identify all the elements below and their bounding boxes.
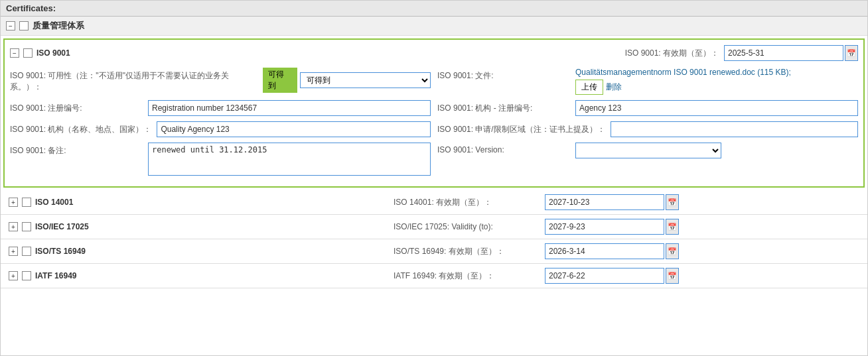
iso17025-row: + ISO/IEC 17025 ISO/IEC 17025: Validity … <box>1 215 867 239</box>
iso9001-validity-input[interactable] <box>724 45 843 61</box>
iso16949-checkbox[interactable] <box>22 247 31 256</box>
iso9001-row1: ISO 9001: 可用性（注："不适用"仅适用于不需要认证的业务关系。）： 可… <box>10 68 858 95</box>
iso17025-checkbox[interactable] <box>22 222 31 231</box>
quality-checkbox[interactable] <box>19 21 29 30</box>
iso16949-left: + ISO/TS 16949 <box>9 247 394 256</box>
iatf16949-validity-wrapper: 📅 <box>545 268 679 284</box>
iso14001-expand-btn[interactable]: + <box>9 198 18 207</box>
iso14001-validity-input[interactable] <box>545 194 664 210</box>
iso14001-left: + ISO 14001 <box>9 198 394 207</box>
iso9001-availability-control: 可得到 可得到 不适用 <box>263 68 431 93</box>
quality-section-title: 质量管理体系 <box>33 20 84 32</box>
iatf16949-row: + IATF 16949 IATF 16949: 有效期（至）： 📅 <box>1 264 867 288</box>
iso16949-validity-wrapper: 📅 <box>545 243 679 259</box>
iso16949-validity-input[interactable] <box>545 243 664 259</box>
iso9001-orgnumber-input[interactable] <box>575 100 858 116</box>
iso9001-header-row: − ISO 9001 ISO 9001: 有效期（至）： 📅 <box>10 45 858 61</box>
iatf16949-validity-label: IATF 16949: 有效期（至）： <box>394 270 540 282</box>
iso9001-availability-label-text: ISO 9001: 可用性（注："不适用"仅适用于不需要认证的业务关系。）： <box>10 68 257 93</box>
iso17025-calendar-btn[interactable]: 📅 <box>666 219 679 235</box>
iso9001-regnumber-input[interactable] <box>148 100 431 116</box>
iatf16949-name: IATF 16949 <box>35 271 76 280</box>
iso9001-validity-label: ISO 9001: 有效期（至）： <box>625 48 719 59</box>
iso14001-row: + ISO 14001 ISO 14001: 有效期（至）： 📅 <box>1 190 867 215</box>
iso9001-availability-select[interactable]: 可得到 不适用 <box>300 72 431 88</box>
iso9001-orgnumber-col: ISO 9001: 机构 - 注册编号: <box>437 100 858 116</box>
iso17025-name: ISO/IEC 17025 <box>35 222 89 231</box>
iso9001-regnumber-label: ISO 9001: 注册编号: <box>10 100 143 114</box>
iso9001-file-col: ISO 9001: 文件: Qualitätsmanagementnorm IS… <box>437 68 858 95</box>
iso14001-right: ISO 14001: 有效期（至）： 📅 <box>394 194 859 210</box>
iso9001-row4: ISO 9001: 备注: renewed until 31.12.2015 I… <box>10 143 858 176</box>
iso9001-checkbox[interactable] <box>23 48 33 58</box>
iatf16949-calendar-btn[interactable]: 📅 <box>666 268 679 284</box>
iso9001-note-col: ISO 9001: 备注: renewed until 31.12.2015 <box>10 143 437 176</box>
iatf16949-left: + IATF 16949 <box>9 271 394 280</box>
iso9001-scope-input[interactable] <box>611 121 858 137</box>
iso14001-validity-wrapper: 📅 <box>545 194 679 210</box>
iso16949-name: ISO/TS 16949 <box>35 247 86 256</box>
iso9001-orgnumber-label: ISO 9001: 机构 - 注册编号: <box>437 100 570 114</box>
iso9001-calendar-btn[interactable]: 📅 <box>845 45 858 61</box>
quality-section-header: − 质量管理体系 <box>1 17 867 36</box>
quality-expand-btn[interactable]: − <box>6 21 15 30</box>
iso14001-validity-label: ISO 14001: 有效期（至）： <box>394 197 540 208</box>
iso9001-upload-btn[interactable]: 上传 <box>575 80 603 95</box>
iso9001-regnumber-col: ISO 9001: 注册编号: <box>10 100 437 116</box>
iso9001-row3: ISO 9001: 机构（名称、地点、国家）： ISO 9001: 申请/限制区… <box>10 121 858 137</box>
iso9001-file-actions: 上传 删除 <box>575 80 791 95</box>
iso9001-row2: ISO 9001: 注册编号: ISO 9001: 机构 - 注册编号: <box>10 100 858 116</box>
iso16949-validity-label: ISO/TS 16949: 有效期（至）： <box>394 246 540 257</box>
iso9001-scope-col: ISO 9001: 申请/限制区域（注：证书上提及）： <box>437 121 858 137</box>
iso14001-checkbox[interactable] <box>22 198 31 207</box>
iso9001-file-label: ISO 9001: 文件: <box>437 68 570 82</box>
iso17025-left: + ISO/IEC 17025 <box>9 222 394 231</box>
iso16949-right: ISO/TS 16949: 有效期（至）： 📅 <box>394 243 859 259</box>
iso9001-name: ISO 9001 <box>36 48 70 58</box>
iso17025-validity-input[interactable] <box>545 219 664 235</box>
iso9001-delete-link[interactable]: 删除 <box>606 82 622 93</box>
iso9001-availability-col: ISO 9001: 可用性（注："不适用"仅适用于不需要认证的业务关系。）： 可… <box>10 68 437 93</box>
certificates-header: Certificates: <box>1 1 867 17</box>
iatf16949-checkbox[interactable] <box>22 271 31 280</box>
iso17025-expand-btn[interactable]: + <box>9 222 18 231</box>
iso9001-note-input[interactable]: renewed until 31.12.2015 <box>148 143 431 176</box>
iso9001-file-link[interactable]: Qualitätsmanagementnorm ISO 9001 renewed… <box>575 68 791 77</box>
iatf16949-expand-btn[interactable]: + <box>9 271 18 280</box>
iso14001-calendar-btn[interactable]: 📅 <box>666 194 679 210</box>
iso9001-validity-wrapper: 📅 <box>724 45 858 61</box>
iso9001-version-col: ISO 9001: Version: <box>437 143 858 158</box>
iso16949-expand-btn[interactable]: + <box>9 247 18 256</box>
iso9001-scope-label: ISO 9001: 申请/限制区域（注：证书上提及）： <box>437 121 605 135</box>
iso14001-name: ISO 14001 <box>35 198 73 207</box>
iso9001-expand-btn[interactable]: − <box>10 48 19 58</box>
iso16949-row: + ISO/TS 16949 ISO/TS 16949: 有效期（至）： 📅 <box>1 239 867 264</box>
iso9001-section: − ISO 9001 ISO 9001: 有效期（至）： 📅 ISO 9001:… <box>3 38 865 188</box>
iso16949-calendar-btn[interactable]: 📅 <box>666 243 679 259</box>
iso9001-orgname-input[interactable] <box>157 121 431 137</box>
iso9001-file-section: Qualitätsmanagementnorm ISO 9001 renewed… <box>575 68 791 95</box>
iso9001-orgname-col: ISO 9001: 机构（名称、地点、国家）： <box>10 121 437 137</box>
iso17025-validity-label: ISO/IEC 17025: Validity (to): <box>394 222 540 231</box>
iso9001-availability-badge: 可得到 <box>263 68 297 93</box>
header-title: Certificates: <box>6 3 56 13</box>
iso9001-note-label: ISO 9001: 备注: <box>10 143 143 156</box>
page: Certificates: − 质量管理体系 − ISO 9001 ISO 90… <box>0 0 868 356</box>
iatf16949-validity-input[interactable] <box>545 268 664 284</box>
iso9001-version-label: ISO 9001: Version: <box>437 143 570 154</box>
iso9001-version-select[interactable] <box>575 143 721 158</box>
iso17025-right: ISO/IEC 17025: Validity (to): 📅 <box>394 219 859 235</box>
iso9001-orgname-label: ISO 9001: 机构（名称、地点、国家）： <box>10 121 151 135</box>
iatf16949-right: IATF 16949: 有效期（至）： 📅 <box>394 268 859 284</box>
iso17025-validity-wrapper: 📅 <box>545 219 679 235</box>
